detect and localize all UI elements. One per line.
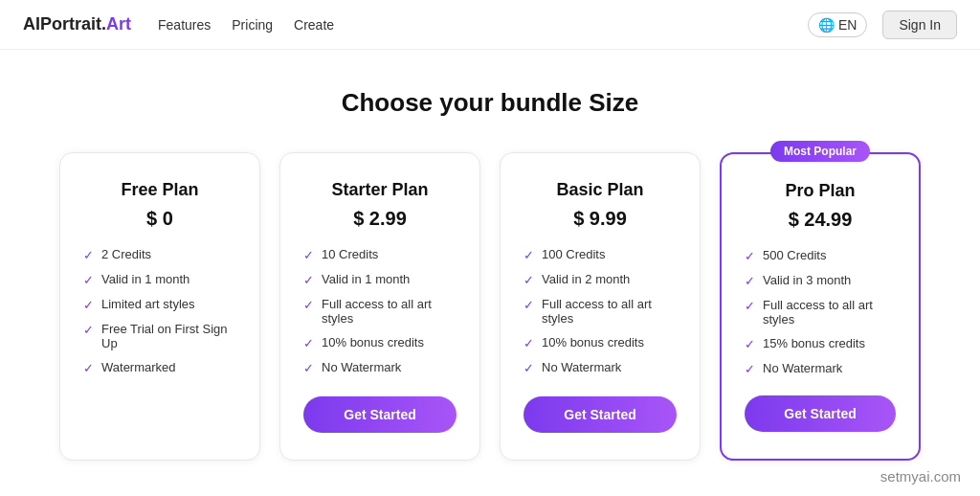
feature-item: ✓ 10% bonus credits (523, 335, 677, 350)
plan-card-pro-plan: Most PopularPro Plan$ 24.99 ✓ 500 Credit… (720, 152, 921, 461)
feature-text: No Watermark (542, 360, 621, 374)
plan-price: $ 2.99 (303, 208, 457, 230)
feature-item: ✓ Valid in 2 month (523, 272, 677, 287)
check-icon: ✓ (745, 337, 755, 351)
get-started-button[interactable]: Get Started (523, 396, 677, 433)
check-icon: ✓ (303, 336, 314, 350)
feature-text: 500 Credits (763, 248, 826, 262)
check-icon: ✓ (303, 298, 314, 312)
feature-text: Full access to all art styles (542, 297, 677, 326)
feature-text: Valid in 3 month (763, 273, 851, 287)
watermark: setmyai.com (880, 468, 961, 485)
plan-price: $ 9.99 (523, 208, 677, 230)
feature-item: ✓ 2 Credits (83, 247, 236, 262)
plan-price: $ 24.99 (745, 209, 896, 231)
check-icon: ✓ (523, 298, 534, 312)
feature-text: Limited art styles (101, 297, 195, 311)
plan-name: Basic Plan (523, 180, 677, 200)
check-icon: ✓ (83, 248, 94, 262)
feature-item: ✓ 100 Credits (523, 247, 677, 262)
feature-item: ✓ No Watermark (303, 360, 457, 375)
feature-item: ✓ Valid in 3 month (745, 273, 896, 288)
check-icon: ✓ (523, 273, 534, 287)
plan-card-basic-plan: Basic Plan$ 9.99 ✓ 100 Credits ✓ Valid i… (500, 152, 701, 461)
header-right: 🌐 EN Sign In (808, 11, 957, 39)
plan-name: Free Plan (83, 180, 236, 200)
check-icon: ✓ (83, 298, 94, 312)
feature-item: ✓ 15% bonus credits (745, 336, 896, 351)
feature-item: ✓ 10 Credits (303, 247, 457, 262)
feature-item: ✓ Valid in 1 month (303, 272, 457, 287)
features-list: ✓ 100 Credits ✓ Valid in 2 month ✓ Full … (523, 247, 677, 377)
check-icon: ✓ (83, 361, 94, 375)
features-list: ✓ 2 Credits ✓ Valid in 1 month ✓ Limited… (83, 247, 236, 433)
feature-text: Full access to all art styles (322, 297, 457, 326)
nav-features[interactable]: Features (158, 17, 211, 33)
plan-card-free-plan: Free Plan$ 0 ✓ 2 Credits ✓ Valid in 1 mo… (59, 152, 260, 461)
get-started-button[interactable]: Get Started (303, 396, 457, 433)
nav-pricing[interactable]: Pricing (232, 17, 273, 33)
feature-text: Full access to all art styles (763, 298, 896, 327)
globe-icon: 🌐 (818, 17, 835, 33)
logo[interactable]: AIPortrait.Art (23, 14, 131, 34)
features-list: ✓ 10 Credits ✓ Valid in 1 month ✓ Full a… (303, 247, 457, 377)
feature-item: ✓ Limited art styles (83, 297, 236, 312)
get-started-button[interactable]: Get Started (745, 395, 896, 432)
page-title: Choose your bundle Size (23, 88, 957, 118)
feature-text: Valid in 2 month (542, 272, 630, 286)
plan-card-starter-plan: Starter Plan$ 2.99 ✓ 10 Credits ✓ Valid … (279, 152, 480, 461)
feature-item: ✓ Valid in 1 month (83, 272, 236, 287)
feature-text: No Watermark (763, 361, 842, 375)
feature-text: Free Trial on First Sign Up (101, 322, 236, 350)
main-nav: Features Pricing Create (158, 17, 334, 33)
check-icon: ✓ (303, 248, 314, 262)
logo-text: AIPortrait.Art (23, 14, 131, 34)
language-button[interactable]: 🌐 EN (808, 12, 867, 37)
feature-text: 15% bonus credits (763, 336, 865, 350)
nav-create[interactable]: Create (294, 17, 334, 33)
check-icon: ✓ (745, 274, 755, 288)
feature-item: ✓ No Watermark (523, 360, 677, 375)
popular-badge: Most Popular (770, 141, 870, 162)
check-icon: ✓ (745, 249, 755, 263)
feature-text: No Watermark (322, 360, 401, 374)
sign-in-button[interactable]: Sign In (882, 11, 957, 39)
main-content: Choose your bundle Size Free Plan$ 0 ✓ 2… (0, 50, 980, 489)
features-list: ✓ 500 Credits ✓ Valid in 3 month ✓ Full … (745, 248, 896, 376)
feature-text: Valid in 1 month (101, 272, 189, 286)
check-icon: ✓ (745, 362, 755, 376)
header: AIPortrait.Art Features Pricing Create 🌐… (0, 0, 980, 50)
check-icon: ✓ (523, 248, 534, 262)
feature-text: Watermarked (101, 360, 176, 374)
check-icon: ✓ (303, 361, 314, 375)
plan-name: Starter Plan (303, 180, 457, 200)
plan-price: $ 0 (83, 208, 236, 230)
check-icon: ✓ (83, 273, 94, 287)
feature-item: ✓ Free Trial on First Sign Up (83, 322, 236, 350)
plans-row: Free Plan$ 0 ✓ 2 Credits ✓ Valid in 1 mo… (23, 152, 957, 461)
feature-item: ✓ Full access to all art styles (745, 298, 896, 327)
feature-text: 2 Credits (101, 247, 151, 261)
feature-item: ✓ 10% bonus credits (303, 335, 457, 350)
check-icon: ✓ (83, 323, 94, 337)
feature-text: 10 Credits (322, 247, 378, 261)
plan-name: Pro Plan (745, 181, 896, 201)
feature-item: ✓ Full access to all art styles (303, 297, 457, 326)
feature-text: Valid in 1 month (322, 272, 410, 286)
feature-item: ✓ Full access to all art styles (523, 297, 677, 326)
check-icon: ✓ (745, 299, 755, 313)
check-icon: ✓ (523, 336, 534, 350)
header-left: AIPortrait.Art Features Pricing Create (23, 14, 334, 34)
feature-item: ✓ Watermarked (83, 360, 236, 375)
check-icon: ✓ (303, 273, 314, 287)
feature-item: ✓ No Watermark (745, 361, 896, 376)
lang-label: EN (838, 17, 857, 33)
check-icon: ✓ (523, 361, 534, 375)
feature-text: 10% bonus credits (322, 335, 424, 349)
feature-text: 10% bonus credits (542, 335, 644, 349)
feature-text: 100 Credits (542, 247, 605, 261)
feature-item: ✓ 500 Credits (745, 248, 896, 263)
